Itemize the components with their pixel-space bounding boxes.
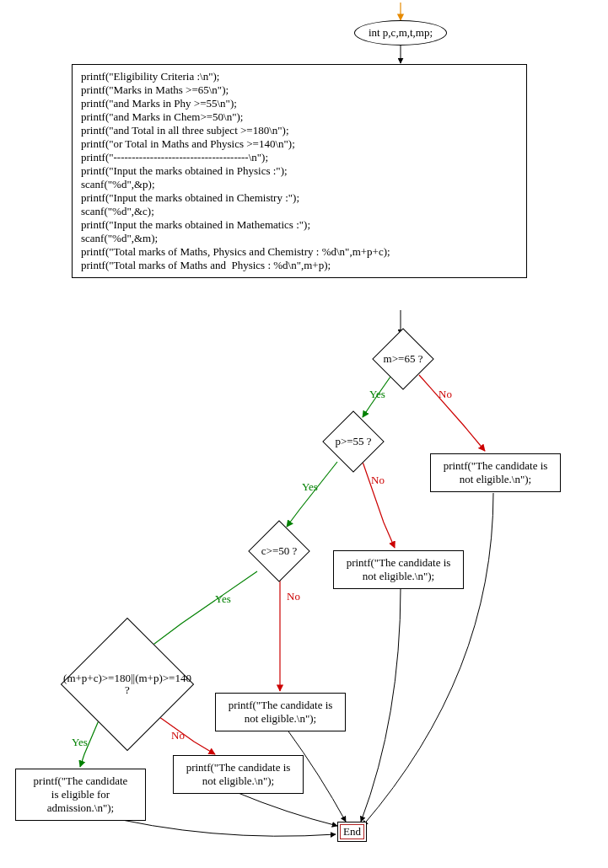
code-line: printf("Input the marks obtained in Math… bbox=[81, 218, 518, 232]
start-node: int p,c,m,t,mp; bbox=[354, 20, 447, 46]
code-line: printf("and Total in all three subject >… bbox=[81, 124, 518, 137]
code-line: printf("and Marks in Phy >=55\n"); bbox=[81, 97, 518, 110]
decision-m65: m>=65 ? bbox=[372, 328, 434, 390]
decision-p55-text: p>=55 ? bbox=[335, 435, 371, 448]
start-node-text: int p,c,m,t,mp; bbox=[369, 26, 433, 40]
code-block: printf("Eligibility Criteria :\n");print… bbox=[72, 64, 527, 278]
code-line: printf("and Marks in Chem>=50\n"); bbox=[81, 110, 518, 124]
decision-totals-text: (m+p+c)>=180||(m+p)>=140 ? bbox=[51, 672, 203, 697]
output-not-eligible-2-text: printf("The candidate is not eligible.\n… bbox=[347, 556, 451, 582]
decision-p55: p>=55 ? bbox=[322, 410, 385, 473]
code-line: printf("Input the marks obtained in Chem… bbox=[81, 191, 518, 205]
label-yes-d1: Yes bbox=[369, 388, 385, 401]
decision-totals-line1: (m+p+c)>=180||(m+p)>=140 bbox=[63, 672, 191, 684]
code-line: printf("Total marks of Maths and Physics… bbox=[81, 259, 518, 272]
output-not-eligible-2: printf("The candidate is not eligible.\n… bbox=[333, 550, 464, 589]
label-yes-d4: Yes bbox=[72, 736, 88, 749]
end-node: End bbox=[337, 822, 367, 842]
code-line: printf("Input the marks obtained in Phys… bbox=[81, 164, 518, 178]
output-eligible-text: printf("The candidate is eligible for ad… bbox=[34, 774, 128, 814]
label-no-d1: No bbox=[439, 388, 452, 401]
label-no-d4: No bbox=[171, 729, 185, 742]
code-line: printf("Eligibility Criteria :\n"); bbox=[81, 70, 518, 83]
output-not-eligible-3: printf("The candidate is not eligible.\n… bbox=[215, 693, 346, 731]
decision-c50: c>=50 ? bbox=[248, 520, 310, 582]
end-node-text: End bbox=[343, 825, 361, 838]
label-no-d3: No bbox=[287, 590, 300, 603]
label-no-d2: No bbox=[371, 474, 385, 487]
output-not-eligible-4: printf("The candidate is not eligible.\n… bbox=[173, 755, 304, 794]
code-line: scanf("%d",&c); bbox=[81, 205, 518, 218]
output-eligible: printf("The candidate is eligible for ad… bbox=[15, 769, 146, 821]
code-line: printf("--------------------------------… bbox=[81, 151, 518, 164]
decision-m65-text: m>=65 ? bbox=[384, 352, 423, 366]
code-line: scanf("%d",&p); bbox=[81, 178, 518, 191]
label-yes-d3: Yes bbox=[215, 592, 231, 606]
label-yes-d2: Yes bbox=[302, 480, 318, 494]
output-not-eligible-1: printf("The candidate is not eligible.\n… bbox=[430, 453, 561, 492]
code-line: printf("Total marks of Maths, Physics an… bbox=[81, 245, 518, 259]
code-line: printf("or Total in Maths and Physics >=… bbox=[81, 137, 518, 151]
output-not-eligible-3-text: printf("The candidate is not eligible.\n… bbox=[229, 699, 333, 725]
decision-c50-text: c>=50 ? bbox=[261, 544, 297, 558]
output-not-eligible-1-text: printf("The candidate is not eligible.\n… bbox=[444, 459, 548, 485]
decision-totals-line2: ? bbox=[125, 683, 130, 696]
code-line: scanf("%d",&m); bbox=[81, 232, 518, 245]
output-not-eligible-4-text: printf("The candidate is not eligible.\n… bbox=[186, 761, 291, 787]
code-line: printf("Marks in Maths >=65\n"); bbox=[81, 83, 518, 97]
